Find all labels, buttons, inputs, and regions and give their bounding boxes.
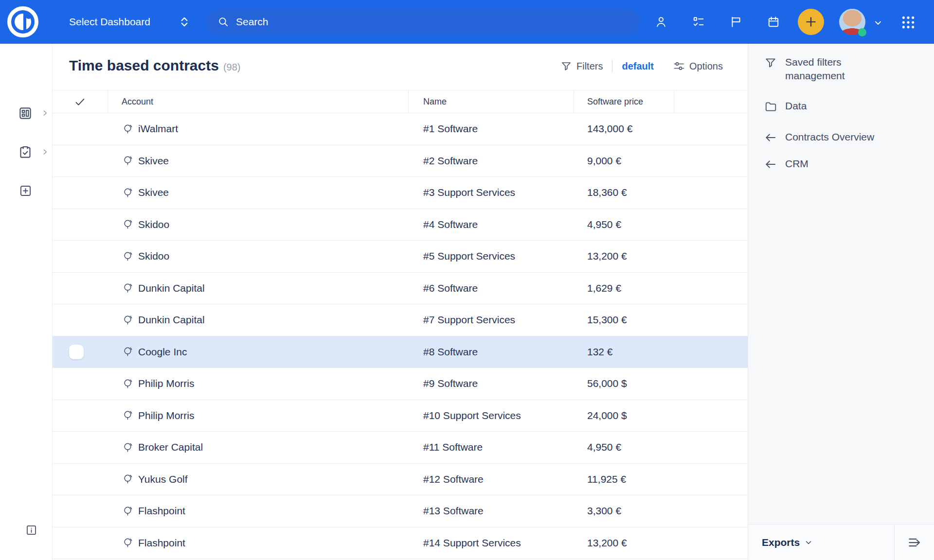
page-title: Time based contracts(98) <box>69 57 240 74</box>
contract-name-cell: #8 Software <box>409 336 574 368</box>
options-button[interactable]: Options <box>673 60 723 72</box>
account-name: Flashpoint <box>138 505 185 517</box>
saved-filters-label: Saved filters management <box>785 55 891 83</box>
arrow-left-icon <box>764 131 777 144</box>
table-row[interactable]: Skidoo#4 Software4,950 € <box>53 209 748 241</box>
toolbar-divider <box>612 60 612 72</box>
row-select-cell <box>53 400 108 432</box>
table-row[interactable]: Skidoo#5 Support Services13,200 € <box>53 241 748 273</box>
search-placeholder: Search <box>236 16 269 28</box>
flag-icon[interactable] <box>730 16 742 28</box>
dashboards-expand-chevron-icon[interactable] <box>41 109 49 117</box>
table-row[interactable]: Coogle Inc#8 Software132 € <box>53 336 748 368</box>
empty-cell <box>674 113 748 145</box>
software-price-cell: 4,950 € <box>574 432 674 463</box>
search-icon <box>217 16 229 28</box>
exports-label: Exports <box>762 537 800 548</box>
table-row[interactable]: Flashpoint#13 Software3,300 € <box>53 495 748 527</box>
online-status-dot <box>858 28 866 36</box>
table-row[interactable]: Skivee#2 Software9,000 € <box>53 145 748 177</box>
column-header-software-price[interactable]: Software price <box>574 90 674 113</box>
account-cell: Coogle Inc <box>108 336 409 368</box>
account-icon <box>123 187 134 198</box>
row-select-cell <box>53 368 108 400</box>
empty-cell <box>674 209 748 241</box>
table-row[interactable]: Yukus Golf#12 Software11,925 € <box>53 464 748 496</box>
account-cell: Skivee <box>108 145 409 177</box>
select-all-header[interactable] <box>53 90 108 113</box>
page-title-text: Time based contracts <box>69 57 219 73</box>
saved-filters-management-item[interactable]: Saved filters management <box>764 55 891 83</box>
account-name: iWalmart <box>138 123 178 135</box>
account-name: Skivee <box>138 155 169 167</box>
software-price-cell: 18,360 € <box>574 177 674 209</box>
table-row[interactable]: Philip Morris#10 Support Services24,000 … <box>53 400 748 432</box>
row-select-cell <box>53 273 108 304</box>
row-checkbox[interactable] <box>69 345 84 359</box>
info-icon[interactable] <box>25 524 37 536</box>
apps-grid-icon[interactable] <box>901 15 916 30</box>
data-label: Data <box>785 99 807 113</box>
user-menu-chevron-icon[interactable] <box>873 18 883 28</box>
software-price-cell: 13,200 € <box>574 241 674 272</box>
exports-button[interactable]: Exports <box>762 525 813 560</box>
account-cell: Skidoo <box>108 241 409 272</box>
calendar-icon[interactable] <box>767 16 780 28</box>
table-row[interactable]: iWalmart#1 Software143,000 € <box>53 113 748 145</box>
row-select-cell <box>53 495 108 527</box>
table-row[interactable]: Broker Capital#11 Software4,950 € <box>53 432 748 464</box>
add-item-nav-icon[interactable] <box>19 184 32 197</box>
software-price-cell: 132 € <box>574 336 674 368</box>
options-label: Options <box>689 61 723 72</box>
software-price-cell: 3,300 € <box>574 495 674 527</box>
software-price-cell: 11,925 € <box>574 464 674 495</box>
contract-name-cell: #4 Software <box>409 209 574 241</box>
add-button[interactable] <box>798 9 824 35</box>
top-navigation-bar: Select Dashboard Search <box>0 0 934 44</box>
search-input[interactable]: Search <box>207 9 640 35</box>
contract-name-cell: #1 Software <box>409 113 574 145</box>
software-price-cell: 9,000 € <box>574 145 674 177</box>
panel-collapse-arrow-icon <box>907 535 922 550</box>
table-row[interactable]: Dunkin Capital#7 Support Services15,300 … <box>53 304 748 336</box>
crm-item[interactable]: CRM <box>764 157 808 171</box>
account-icon <box>123 473 134 485</box>
software-price-cell: 56,000 $ <box>574 368 674 400</box>
empty-cell <box>674 273 748 304</box>
table-row[interactable]: Dunkin Capital#6 Software1,629 € <box>53 273 748 305</box>
table-row[interactable]: Flashpoint#14 Support Services13,200 € <box>53 527 748 560</box>
dashboard-selector[interactable]: Select Dashboard <box>69 0 150 44</box>
filters-button[interactable]: Filters <box>560 60 603 72</box>
table-row[interactable]: Skivee#3 Support Services18,360 € <box>53 177 748 209</box>
data-item[interactable]: Data <box>764 99 807 113</box>
tasks-icon[interactable] <box>692 16 705 28</box>
panel-collapse-button[interactable] <box>894 525 934 560</box>
account-icon <box>123 155 134 166</box>
table-header: Account Name Software price <box>53 90 748 113</box>
account-icon <box>123 219 134 230</box>
user-avatar[interactable] <box>839 9 865 35</box>
dashboards-nav-icon[interactable] <box>18 106 33 121</box>
account-cell: Broker Capital <box>108 432 409 463</box>
table-row[interactable]: Philip Morris#9 Software56,000 $ <box>53 368 748 400</box>
contracts-table: Account Name Software price iWalmart#1 S… <box>53 90 748 559</box>
account-name: Philip Morris <box>138 410 195 421</box>
contract-name-cell: #5 Support Services <box>409 241 574 272</box>
account-icon <box>123 315 134 326</box>
contract-name-cell: #11 Software <box>409 432 574 463</box>
contacts-icon[interactable] <box>655 16 667 28</box>
app-logo[interactable] <box>7 6 39 38</box>
contracts-overview-item[interactable]: Contracts Overview <box>764 130 874 144</box>
contracts-nav-icon[interactable] <box>18 145 33 159</box>
contracts-expand-chevron-icon[interactable] <box>41 148 49 156</box>
funnel-icon <box>560 60 572 72</box>
account-cell: Flashpoint <box>108 527 409 559</box>
active-filter-link[interactable]: default <box>622 61 654 72</box>
row-select-cell <box>53 336 108 368</box>
account-name: Skivee <box>138 187 169 198</box>
account-cell: Dunkin Capital <box>108 273 409 304</box>
column-header-account[interactable]: Account <box>108 90 409 113</box>
column-header-name[interactable]: Name <box>409 90 574 113</box>
dashboard-selector-chevrons-icon[interactable] <box>178 16 191 28</box>
software-price-cell: 4,950 € <box>574 209 674 241</box>
